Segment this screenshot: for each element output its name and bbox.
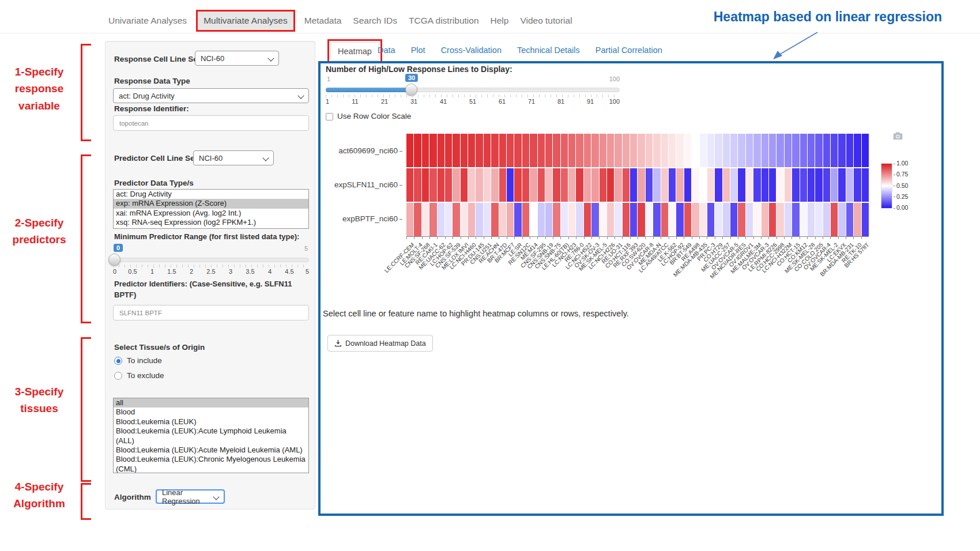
heatmap-cell[interactable]: [723, 203, 730, 236]
heatmap-cell[interactable]: [753, 203, 760, 236]
heatmap-cell[interactable]: [522, 134, 529, 167]
heatmap-cell[interactable]: [545, 203, 552, 236]
heatmap-cell[interactable]: [769, 168, 776, 202]
heatmap-cell[interactable]: [785, 134, 791, 167]
heatmap-cell[interactable]: [661, 134, 668, 167]
heatmap-cell[interactable]: [831, 168, 838, 202]
heatmap-cell[interactable]: [623, 203, 630, 236]
heatmap-cell[interactable]: [669, 203, 676, 236]
heatmap-cell[interactable]: [700, 203, 707, 236]
heatmap-cell[interactable]: [406, 168, 413, 202]
heatmap-cell[interactable]: [406, 134, 413, 167]
heatmap-cell[interactable]: [808, 203, 815, 236]
camera-icon[interactable]: [893, 131, 903, 140]
heatmap-cell[interactable]: [591, 134, 598, 167]
heatmap-cell[interactable]: [831, 203, 838, 236]
tissue-listbox[interactable]: allBloodBlood:Leukemia (LEUK)Blood:Leuke…: [113, 398, 309, 473]
heatmap-cell[interactable]: [468, 203, 475, 236]
tab-cross-validation[interactable]: Cross-Validation: [441, 46, 502, 55]
heatmap-cell[interactable]: [738, 168, 745, 202]
heatmap-cell[interactable]: [553, 134, 560, 167]
predictor-cell-line-set-select[interactable]: NCI-60: [193, 150, 274, 165]
heatmap-cell[interactable]: [600, 203, 606, 236]
heatmap-cell[interactable]: [584, 168, 591, 202]
heatmap-cell[interactable]: [607, 168, 614, 202]
heatmap-cell[interactable]: [730, 134, 737, 167]
heatmap-cell[interactable]: [568, 203, 575, 236]
heatmap-cell[interactable]: [800, 168, 807, 202]
heatmap-grid[interactable]: [406, 134, 869, 236]
heatmap-cell[interactable]: [715, 168, 722, 202]
heatmap-cell[interactable]: [692, 134, 699, 167]
heatmap-cell[interactable]: [800, 203, 807, 236]
heatmap-cell[interactable]: [522, 203, 529, 236]
heatmap-cell[interactable]: [422, 168, 429, 202]
algorithm-select[interactable]: Linear Regression: [156, 489, 225, 504]
min-predictor-range-track[interactable]: [113, 258, 309, 262]
response-cell-line-set-select[interactable]: NCI-60: [195, 51, 279, 66]
tissue-include-label[interactable]: To include: [127, 356, 162, 365]
heatmap-cell[interactable]: [576, 203, 583, 236]
heatmap-cell[interactable]: [630, 203, 637, 236]
heatmap-cell[interactable]: [615, 168, 621, 202]
heatmap-cell[interactable]: [700, 168, 707, 202]
heatmap-row-label[interactable]: expBPTF_nci60: [321, 214, 402, 223]
heatmap-cell[interactable]: [692, 168, 699, 202]
heatmap-row-label[interactable]: expSLFN11_nci60: [321, 180, 402, 189]
row-color-scale-label[interactable]: Use Row Color Scale: [337, 112, 411, 120]
heatmap-cell[interactable]: [684, 134, 691, 167]
heatmap-cell[interactable]: [661, 203, 668, 236]
heatmap-cell[interactable]: [808, 134, 815, 167]
heatmap-row-label[interactable]: act609699_nci60: [321, 146, 402, 155]
heatmap-cell[interactable]: [862, 203, 869, 236]
heatmap-cell[interactable]: [468, 168, 475, 202]
heatmap-cell[interactable]: [707, 134, 714, 167]
heatmap-cell[interactable]: [538, 168, 545, 202]
heatmap-cell[interactable]: [823, 168, 830, 202]
heatmap-cell[interactable]: [762, 168, 768, 202]
heatmap-cell[interactable]: [800, 134, 807, 167]
heatmap-cell[interactable]: [530, 134, 537, 167]
nav-search-ids[interactable]: Search IDs: [347, 10, 403, 32]
heatmap-cell[interactable]: [730, 168, 737, 202]
heatmap-cell[interactable]: [707, 203, 714, 236]
tab-data[interactable]: Data: [378, 46, 395, 55]
heatmap-cell[interactable]: [499, 168, 506, 202]
heatmap-cell[interactable]: [792, 203, 799, 236]
listbox-option[interactable]: Blood:Leukemia (LEUK):Acute Myeloid Leuk…: [114, 446, 308, 455]
heatmap-cell[interactable]: [453, 168, 459, 202]
heatmap-cell[interactable]: [484, 203, 491, 236]
listbox-option[interactable]: Blood:Leukemia (LEUK):Acute Lymphoid Leu…: [114, 427, 308, 446]
heatmap-cell[interactable]: [538, 203, 545, 236]
heatmap-cell[interactable]: [507, 203, 514, 236]
heatmap-cell[interactable]: [491, 134, 498, 167]
min-predictor-range-handle[interactable]: [108, 254, 120, 266]
heatmap-cell[interactable]: [453, 203, 459, 236]
heatmap-cell[interactable]: [846, 134, 853, 167]
heatmap-cell[interactable]: [653, 203, 660, 236]
heatmap-cell[interactable]: [429, 168, 436, 202]
heatmap-cell[interactable]: [514, 168, 521, 202]
tab-technical-details[interactable]: Technical Details: [517, 46, 580, 55]
heatmap-cell[interactable]: [862, 168, 869, 202]
download-heatmap-data-button[interactable]: Download Heatmap Data: [327, 335, 433, 352]
heatmap-cell[interactable]: [676, 168, 683, 202]
heatmap-cell[interactable]: [846, 168, 853, 202]
heatmap-cell[interactable]: [445, 203, 452, 236]
heatmap-cell[interactable]: [676, 203, 683, 236]
heatmap-cell[interactable]: [530, 168, 537, 202]
heatmap-cell[interactable]: [429, 134, 436, 167]
heatmap-cell[interactable]: [738, 203, 745, 236]
heatmap-cell[interactable]: [638, 203, 644, 236]
heatmap-cell[interactable]: [715, 134, 722, 167]
heatmap-cell[interactable]: [576, 168, 583, 202]
heatmap-cell[interactable]: [815, 134, 822, 167]
heatmap-cell[interactable]: [661, 168, 668, 202]
heatmap-cell[interactable]: [669, 134, 676, 167]
heatmap-cell[interactable]: [854, 168, 861, 202]
response-identifier-input[interactable]: topotecan: [113, 115, 309, 131]
nav-univariate-analyses[interactable]: Univariate Analyses: [103, 10, 193, 32]
heatmap-cell[interactable]: [653, 134, 660, 167]
heatmap-cell[interactable]: [491, 168, 498, 202]
heatmap-cell[interactable]: [568, 134, 575, 167]
